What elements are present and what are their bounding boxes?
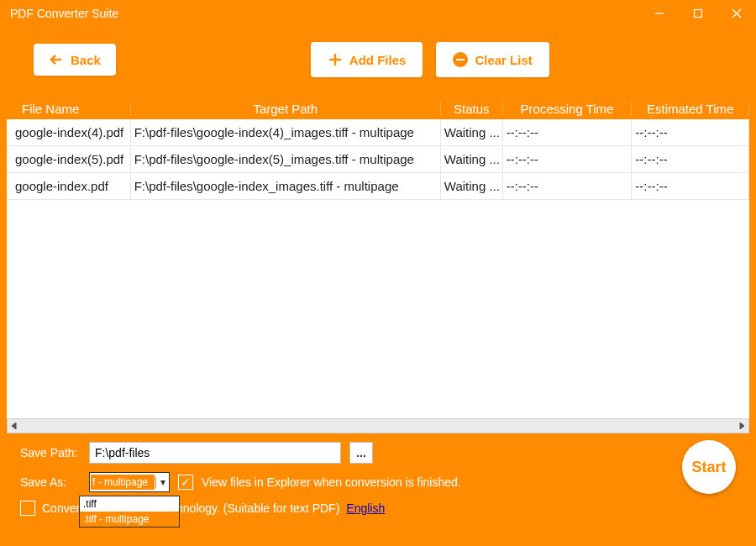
close-icon — [732, 8, 742, 18]
col-proc: Processing Time — [503, 102, 633, 116]
start-button[interactable]: Start — [682, 440, 736, 494]
back-button-label: Back — [71, 53, 101, 67]
svg-marker-7 — [12, 423, 16, 429]
start-button-label: Start — [691, 459, 726, 476]
svg-rect-1 — [695, 10, 702, 18]
table-row[interactable]: google-index(4).pdf F:\pdf-files\google-… — [7, 119, 749, 146]
col-status: Status — [441, 102, 503, 116]
add-files-button[interactable]: Add Files — [311, 42, 423, 77]
app-title: PDF Converter Suite — [10, 7, 118, 20]
save-path-input[interactable] — [89, 442, 341, 464]
scroll-left-icon — [8, 419, 21, 433]
add-files-label: Add Files — [349, 53, 407, 67]
horizontal-scrollbar[interactable] — [7, 418, 749, 433]
col-target: Target Path — [131, 102, 441, 116]
back-button[interactable]: Back — [34, 44, 116, 76]
save-as-label: Save As: — [20, 475, 81, 489]
table-row[interactable]: google-index.pdf F:\pdf-files\google-ind… — [7, 173, 749, 200]
save-as-option-tiff[interactable]: .tiff — [80, 496, 179, 512]
arrow-left-icon — [49, 52, 64, 67]
close-button[interactable] — [717, 0, 756, 27]
save-as-select[interactable]: f - multipage ▾ — [89, 472, 170, 492]
save-as-dropdown[interactable]: .tiff .tiff - multipage — [79, 496, 180, 528]
minus-circle-icon — [453, 52, 468, 67]
minimize-icon — [654, 8, 664, 18]
clear-list-label: Clear List — [475, 53, 532, 67]
save-as-selected: f - multipage — [91, 475, 155, 490]
language-link[interactable]: English — [346, 501, 385, 515]
table-header: File Name Target Path Status Processing … — [7, 97, 749, 119]
maximize-button[interactable] — [679, 0, 717, 27]
table-row[interactable]: google-index(5).pdf F:\pdf-files\google-… — [7, 146, 749, 173]
save-as-option-tiff-multipage[interactable]: .tiff - multipage — [80, 512, 179, 527]
ocr-checkbox[interactable] — [20, 501, 35, 516]
view-files-label: View files in Explorer when conversion i… — [202, 475, 461, 489]
save-path-label: Save Path: — [20, 446, 81, 459]
clear-list-button[interactable]: Clear List — [436, 42, 549, 77]
col-file: File Name — [7, 102, 131, 116]
col-est: Estimated Time — [632, 102, 749, 116]
chevron-down-icon: ▾ — [155, 476, 169, 488]
ocr-label-suffix: chnology. (Suitable for text PDF) — [171, 501, 339, 515]
ocr-label-prefix: Convert — [42, 501, 83, 515]
minimize-button[interactable] — [640, 0, 679, 27]
svg-marker-8 — [740, 423, 744, 429]
browse-button[interactable]: ... — [349, 442, 373, 464]
scroll-right-icon — [735, 419, 748, 433]
plus-icon — [328, 52, 343, 67]
maximize-icon — [693, 8, 703, 18]
view-files-checkbox[interactable] — [178, 475, 193, 490]
table-body: google-index(4).pdf F:\pdf-files\google-… — [7, 119, 749, 418]
